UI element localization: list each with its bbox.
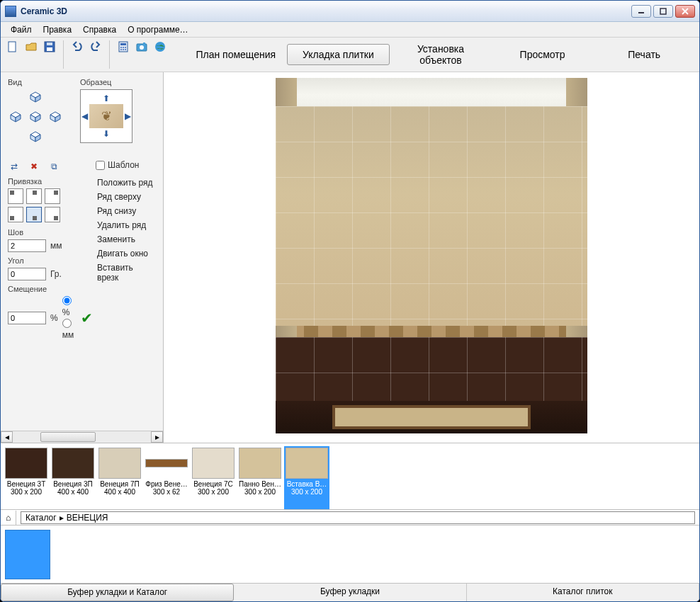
open-file-icon[interactable]	[23, 39, 39, 55]
tile-thumb	[239, 448, 281, 479]
scroll-thumb[interactable]	[40, 432, 96, 442]
sample-left-arrow-icon[interactable]: ◀	[80, 110, 89, 122]
svg-point-10	[120, 47, 122, 48]
svg-point-13	[120, 49, 122, 50]
replace-button[interactable]: Заменить	[96, 232, 156, 246]
tab-print[interactable]: Печать	[593, 45, 695, 64]
snap-bottom-left[interactable]	[8, 207, 23, 222]
view-top-icon[interactable]	[28, 89, 43, 105]
snap-top-left[interactable]	[8, 188, 23, 204]
move-window-button[interactable]: Двигать окно	[96, 246, 156, 261]
angle-label: Угол	[8, 256, 81, 265]
snap-grid	[8, 188, 81, 222]
bottom-tab-catalog[interactable]: Каталог плиток	[467, 584, 699, 601]
offset-unit-percent[interactable]: %	[62, 296, 74, 317]
duplicate-tool-icon[interactable]: ⧉	[47, 160, 60, 173]
svg-point-19	[155, 42, 165, 52]
tile-card[interactable]: Венеция 7П400 x 400	[97, 446, 142, 509]
bottom-tab-buffer[interactable]: Буфер укладки	[234, 584, 466, 601]
tile-name: Фриз Вене…	[145, 480, 188, 488]
catalog-home-icon[interactable]: ⌂	[1, 511, 16, 525]
breadcrumb[interactable]: Каталог ▸ ВЕНЕЦИЯ	[21, 511, 695, 524]
tile-name: Венеция 3П	[51, 480, 95, 488]
minimize-button[interactable]	[631, 5, 651, 18]
snap-bottom-right[interactable]	[45, 207, 60, 222]
close-button[interactable]	[675, 5, 695, 18]
tile-name: Вставка В…	[285, 480, 329, 488]
seam-label: Шов	[8, 228, 81, 237]
snap-top-center[interactable]	[26, 188, 42, 204]
panel-scrollbar[interactable]: ◂ ▸	[1, 431, 163, 443]
tile-card[interactable]: Венеция 7С300 x 200	[191, 446, 236, 509]
sample-tile-preview[interactable]	[89, 104, 123, 128]
tile-name: Панно Вен…	[238, 480, 282, 488]
offset-label: Смещение	[8, 285, 81, 293]
svg-point-17	[140, 45, 144, 50]
breadcrumb-row: ⌂ Каталог ▸ ВЕНЕЦИЯ	[1, 509, 699, 525]
menu-about[interactable]: О программе…	[122, 23, 193, 37]
breadcrumb-current: ВЕНЕЦИЯ	[67, 513, 108, 523]
svg-rect-6	[47, 47, 52, 51]
seam-input[interactable]	[8, 239, 46, 252]
titlebar[interactable]: Ceramic 3D	[1, 1, 699, 22]
maximize-button[interactable]	[653, 5, 673, 18]
side-panel: Вид О	[1, 72, 164, 443]
insert-cut-button[interactable]: Вставить врезк	[96, 261, 156, 285]
undo-icon[interactable]	[69, 39, 85, 55]
scroll-left-icon[interactable]: ◂	[1, 431, 13, 443]
delete-tool-icon[interactable]: ✖	[28, 160, 40, 173]
tab-view[interactable]: Просмотр	[492, 45, 594, 64]
offset-input[interactable]	[8, 312, 46, 324]
bottom-tabs: Буфер укладки и Каталог Буфер укладки Ка…	[1, 583, 699, 601]
svg-point-15	[125, 49, 126, 50]
camera-icon[interactable]	[134, 39, 149, 55]
sample-label: Образец	[80, 78, 132, 86]
row-above-button[interactable]: Ряд сверху	[96, 190, 156, 204]
sample-up-arrow-icon[interactable]: ⬆	[101, 93, 111, 104]
tab-plan[interactable]: План помещения	[185, 45, 287, 64]
view-front-icon[interactable]	[28, 109, 43, 125]
tile-name: Венеция 7П	[98, 480, 142, 488]
angle-input[interactable]	[8, 268, 46, 280]
tile-name: Венеция 3Т	[4, 480, 48, 488]
save-icon[interactable]	[42, 39, 57, 55]
tile-card[interactable]: Вставка В…300 x 200	[284, 446, 329, 509]
viewport-3d[interactable]	[164, 72, 699, 443]
offset-unit-mm[interactable]: мм	[62, 319, 74, 340]
tile-card[interactable]: Панно Вен…300 x 200	[237, 446, 283, 509]
sample-right-arrow-icon[interactable]: ▶	[123, 110, 132, 122]
calculator-icon[interactable]	[115, 39, 131, 55]
new-file-icon[interactable]	[5, 39, 21, 55]
svg-rect-18	[143, 42, 145, 45]
apply-check-icon[interactable]: ✔	[81, 309, 93, 326]
globe-icon[interactable]	[152, 39, 168, 55]
row-below-button[interactable]: Ряд снизу	[96, 204, 156, 218]
tile-card[interactable]: Венеция 3П400 x 400	[50, 446, 96, 509]
lay-row-button[interactable]: Положить ряд	[96, 176, 156, 190]
angle-unit: Гр.	[50, 269, 62, 279]
menu-file[interactable]: Файл	[5, 23, 38, 37]
tile-thumb	[98, 448, 141, 479]
snap-bottom-center[interactable]	[26, 207, 42, 222]
svg-point-12	[125, 47, 126, 48]
template-checkbox[interactable]: Шаблон	[96, 160, 156, 170]
bottom-tab-buffer-catalog[interactable]: Буфер укладки и Каталог	[1, 584, 234, 601]
sample-down-arrow-icon[interactable]: ⬇	[101, 128, 111, 140]
view-bottom-icon[interactable]	[28, 129, 43, 144]
scroll-track[interactable]	[13, 431, 151, 443]
view-left-icon[interactable]	[8, 109, 23, 125]
view-right-icon[interactable]	[47, 109, 63, 125]
menu-help[interactable]: Справка	[77, 23, 122, 37]
buffer-swatch[interactable]	[5, 530, 50, 579]
tab-objects[interactable]: Установка объектов	[390, 39, 492, 70]
tab-tiling[interactable]: Укладка плитки	[287, 44, 390, 65]
main-tabs: План помещения Укладка плитки Установка …	[185, 39, 695, 70]
link-tool-icon[interactable]: ⇄	[8, 160, 21, 173]
snap-top-right[interactable]	[45, 188, 60, 204]
tile-card[interactable]: Фриз Вене…300 x 62	[144, 446, 189, 509]
delete-row-button[interactable]: Удалить ряд	[96, 218, 156, 232]
tile-card[interactable]: Венеция 3Т300 x 200	[4, 446, 49, 509]
scroll-right-icon[interactable]: ▸	[151, 431, 163, 443]
redo-icon[interactable]	[88, 39, 103, 55]
menu-edit[interactable]: Правка	[38, 23, 78, 37]
